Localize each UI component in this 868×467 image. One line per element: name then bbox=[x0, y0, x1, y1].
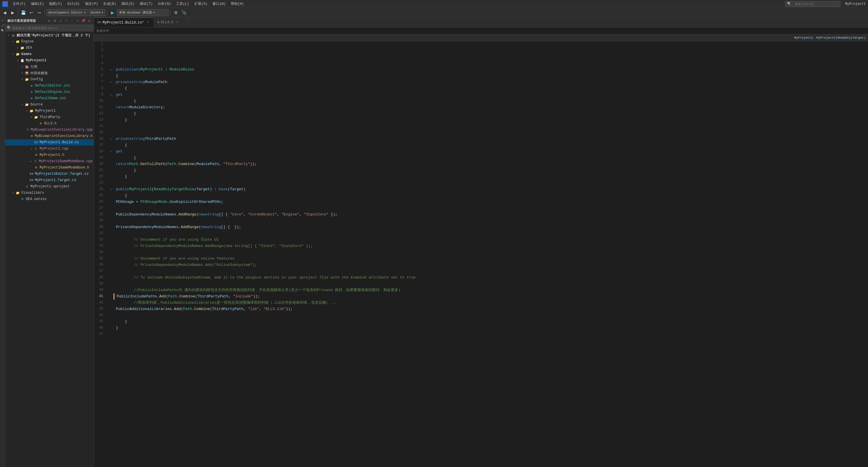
code-editor[interactable]: 1234567891011121314151617181920212223242… bbox=[94, 41, 868, 467]
redo-btn[interactable]: ↪ bbox=[36, 9, 43, 16]
code-line-28: PublicDependencyModuleNames.AddRange(new… bbox=[114, 211, 868, 218]
uproject-label: MyProject1.uproject bbox=[30, 185, 70, 189]
sidebar-item-targetcs[interactable]: C# MyProject1.Target.cs bbox=[5, 177, 94, 184]
sync-icon[interactable]: ↺ bbox=[58, 19, 63, 23]
more-options-icon[interactable]: ⋮ bbox=[70, 19, 74, 23]
code-line-44 bbox=[114, 312, 868, 319]
back-btn[interactable]: ◀ bbox=[1, 9, 8, 16]
menu-item-编辑(E)[interactable]: 编辑(E) bbox=[29, 1, 46, 7]
build-btn[interactable]: ⚙ bbox=[172, 9, 179, 16]
activity-git[interactable]: ⎇ bbox=[1, 24, 5, 28]
myproject1cpp-label: MyProject1.cpp bbox=[39, 147, 68, 151]
sidebar-item-ue4natvis[interactable]: N UE4.natvis bbox=[5, 196, 94, 202]
play-btn[interactable]: ▶ bbox=[109, 9, 116, 16]
myblueprinths-label: MyBlueprintFunctionLibrary.h bbox=[35, 134, 93, 138]
new-file-icon[interactable]: + bbox=[64, 19, 68, 23]
myproject1-src-icon: 📁 bbox=[29, 108, 34, 113]
activity-search[interactable]: 🔍 bbox=[1, 29, 5, 33]
sidebar-item-myproject1[interactable]: 📋 MyProject1 bbox=[5, 57, 94, 64]
forward-btn[interactable]: ▶ bbox=[9, 9, 16, 16]
run-dropdown-arrow: ▾ bbox=[153, 10, 155, 14]
activity-solution-explorer[interactable]: ≡ bbox=[1, 18, 5, 22]
sidebar-item-defaultengine[interactable]: ⚙ DefaultEngine.ini bbox=[5, 89, 94, 95]
tab-buildcs-close[interactable]: × bbox=[146, 20, 150, 25]
sidebar-search[interactable]: 🔍 bbox=[5, 25, 94, 32]
sidebar-item-defaulteditor[interactable]: ⚙ DefaultEditor.ini bbox=[5, 82, 94, 89]
menu-item-项目(P)[interactable]: 项目(P) bbox=[83, 1, 100, 7]
thirdparty-arrow bbox=[29, 115, 34, 120]
sidebar-item-ext-deps[interactable]: 📦 外部依赖项 bbox=[5, 70, 94, 76]
dll3h-icon: H bbox=[38, 121, 43, 126]
line-numbers: 1234567891011121314151617181920212223242… bbox=[94, 41, 108, 467]
editortargetcs-icon: C# bbox=[29, 172, 34, 176]
code-line-43: PublicAdditionalLibraries.Add(Path.Combi… bbox=[114, 306, 868, 312]
sidebar-item-myproject1h[interactable]: H MyProject1.h bbox=[5, 152, 94, 158]
config-icon: 📁 bbox=[25, 77, 29, 82]
undo-btn[interactable]: ↩ bbox=[28, 9, 35, 16]
code-line-15 bbox=[114, 130, 868, 136]
expand-icon[interactable]: ⊡ bbox=[87, 19, 91, 23]
sidebar-item-myproject1cpp[interactable]: C MyProject1.cpp bbox=[5, 145, 94, 152]
tab-dll3h-close[interactable]: × bbox=[175, 20, 180, 25]
menu-item-分析(N)[interactable]: 分析(N) bbox=[155, 1, 173, 7]
sidebar-item-myproject1-src[interactable]: 📁 MyProject1 bbox=[5, 108, 94, 114]
defaultgame-icon: ⚙ bbox=[29, 96, 34, 101]
code-content[interactable]: public class MyProject1 : ModuleRules{ p… bbox=[114, 41, 868, 467]
sidebar-item-uproject[interactable]: U MyProject1.uproject bbox=[5, 184, 94, 190]
sidebar-item-myblueprinths[interactable]: H MyBlueprintFunctionLibrary.h bbox=[5, 133, 94, 139]
collapse-all-icon[interactable]: ⊟ bbox=[47, 19, 51, 23]
save-all-btn[interactable]: 💾 bbox=[20, 9, 27, 16]
sidebar-item-refs[interactable]: 📚 引用 bbox=[5, 64, 94, 70]
menu-bar-right: 🔍 MyProject1 bbox=[785, 1, 866, 7]
sidebar-search-input[interactable] bbox=[12, 26, 92, 30]
menu-item-工具(L)[interactable]: 工具(L) bbox=[174, 1, 191, 7]
editor-info-bar: MyProject1 MyProject1(ReadOnlyTarget) bbox=[94, 34, 868, 41]
filter-icon[interactable]: ⧉ bbox=[53, 19, 57, 23]
sidebar-item-config[interactable]: 📁 Config bbox=[5, 76, 94, 82]
sidebar-item-games[interactable]: 📁 Games bbox=[5, 51, 94, 57]
platform-dropdown[interactable]: Win64 ▾ bbox=[89, 9, 105, 16]
menu-item-视图(V)[interactable]: 视图(V) bbox=[47, 1, 64, 7]
menu-item-窗口(W)[interactable]: 窗口(W) bbox=[210, 1, 228, 7]
menu-item-文件(F)[interactable]: 文件(F) bbox=[10, 1, 28, 7]
sidebar-item-myblueprintcpp[interactable]: C MyBlueprintFunctionLibrary.cpp bbox=[5, 127, 94, 133]
tab-dll3h-icon: H bbox=[157, 21, 159, 24]
myblueprintcpp-label: MyBlueprintFunctionLibrary.cpp bbox=[31, 128, 93, 132]
myproject1-project-icon: 📋 bbox=[20, 58, 25, 63]
breadcrumb-misc: 杂项文件 bbox=[96, 29, 109, 33]
menu-item-扩展(X)[interactable]: 扩展(X) bbox=[192, 1, 210, 7]
config-arrow bbox=[20, 77, 25, 82]
sidebar-item-editortargetcs[interactable]: C# MyProject1Editor.Target.cs bbox=[5, 171, 94, 177]
menu-item-Git(G)[interactable]: Git(G) bbox=[65, 1, 82, 7]
sidebar-item-defaultgame[interactable]: ⚙ DefaultGame.ini bbox=[5, 95, 94, 101]
run-dropdown[interactable]: 本地 Windows 调试器 ▾ bbox=[117, 9, 168, 16]
sidebar-item-buildcs[interactable]: C# MyProject1.Build.cs bbox=[5, 139, 94, 145]
close-sidebar-icon[interactable]: × bbox=[75, 19, 80, 23]
sidebar-item-engine[interactable]: 📁 Engine bbox=[5, 38, 94, 45]
sidebar-item-thirdparty[interactable]: 📁 ThirdParty bbox=[5, 114, 94, 120]
sidebar-item-ue4[interactable]: 📁 UE4 bbox=[5, 45, 94, 51]
pin-icon[interactable]: 📌 bbox=[81, 19, 86, 23]
attach-btn[interactable]: 📎 bbox=[180, 9, 187, 16]
code-line-21: } bbox=[114, 167, 868, 174]
config-dropdown[interactable]: Development Editor ▾ bbox=[46, 9, 88, 16]
menu-item-生成(B)[interactable]: 生成(B) bbox=[101, 1, 119, 7]
config-label: Development Editor bbox=[49, 11, 83, 14]
tree-solution-root[interactable]: 🗂 解决方案'MyProject1'(2 个项目，共 2 个) bbox=[5, 32, 94, 38]
gamemodebaseh-label: MyProject1GameModeBase.h bbox=[39, 166, 89, 170]
code-line-6: { bbox=[114, 73, 868, 79]
sidebar-item-source[interactable]: 📁 Source bbox=[5, 101, 94, 108]
sidebar-item-dll3h[interactable]: H DLL3.h bbox=[5, 120, 94, 127]
menu-item-帮助(H)[interactable]: 帮助(H) bbox=[228, 1, 246, 7]
sidebar-item-gamemodebaseh[interactable]: H MyProject1GameModeBase.h bbox=[5, 164, 94, 171]
sidebar: 解决方案资源管理器 ⊟ ⧉ ↺ + ⋮ × 📌 ⊡ 🔍 🗂 解决方案'MyP bbox=[5, 17, 94, 467]
menu-item-测试(T)[interactable]: 测试(T) bbox=[137, 1, 155, 7]
menu-item-调试(D)[interactable]: 调试(D) bbox=[119, 1, 137, 7]
sidebar-item-visualizers[interactable]: 📁 Visualizers bbox=[5, 190, 94, 196]
tab-dll3h[interactable]: H DLL3.h × bbox=[154, 18, 188, 27]
tree-container[interactable]: 🗂 解决方案'MyProject1'(2 个项目，共 2 个) 📁 Engine… bbox=[5, 32, 94, 467]
main-search-input[interactable] bbox=[793, 1, 838, 7]
sidebar-item-gamemodebasecpp[interactable]: C MyProject1GameModeBase.cpp bbox=[5, 158, 94, 164]
tab-buildcs[interactable]: C# MyProject1.Build.cs* × bbox=[94, 18, 154, 27]
search-container[interactable]: 🔍 bbox=[785, 1, 840, 7]
